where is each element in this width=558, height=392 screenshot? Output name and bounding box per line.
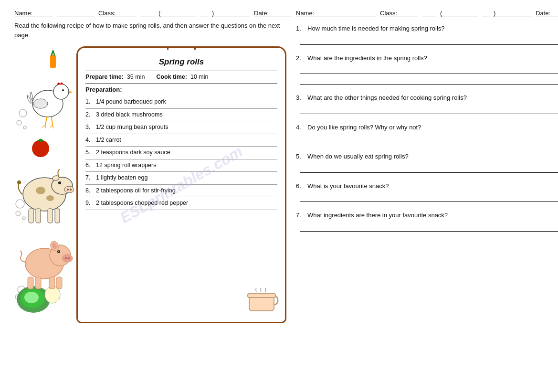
ingredient-text: 2 tablespoons oil for stir-frying (96, 187, 176, 195)
question-number: 4. (296, 123, 305, 132)
answer-line (300, 106, 558, 114)
question-number: 7. (296, 211, 305, 220)
prepare-label: Prepare time: 35 min (85, 74, 145, 80)
svg-rect-57 (49, 277, 55, 289)
left-column: Name: Class: ( ) Date: Read the followin… (14, 10, 286, 323)
left-header: Name: Class: ( ) Date: (14, 10, 286, 17)
svg-point-0 (19, 109, 27, 117)
svg-marker-14 (69, 91, 73, 94)
answer-line (300, 164, 558, 173)
question-body: What are the other things needed for coo… (307, 93, 467, 103)
answer-lines (296, 135, 558, 143)
svg-line-21 (50, 125, 53, 127)
ingredient-item-9: 9.2 tablespoons chopped red pepper (85, 197, 277, 210)
svg-point-26 (36, 187, 45, 194)
answer-lines (296, 65, 558, 85)
svg-rect-8 (50, 55, 56, 68)
svg-point-52 (58, 251, 59, 252)
svg-point-31 (70, 189, 72, 191)
ingredient-text: 1/4 pound barbequed pork (96, 98, 166, 106)
question-item-1: 1. How much time is needed for making sp… (296, 24, 558, 45)
answer-lines (296, 36, 558, 45)
ingredient-num: 5. (85, 148, 96, 157)
svg-point-29 (64, 186, 74, 193)
class-blank-left (140, 10, 155, 17)
svg-point-41 (24, 292, 39, 303)
intro-text: Read the following recipe of how to make… (14, 21, 286, 40)
question-number: 1. (296, 24, 305, 33)
question-body: When do we usually eat spring rolls? (307, 152, 409, 161)
answer-lines (296, 106, 558, 114)
svg-point-16 (33, 99, 48, 108)
svg-point-49 (65, 257, 67, 260)
question-text: 5. When do we usually eat spring rolls? (296, 152, 558, 161)
svg-line-22 (53, 125, 53, 128)
page: Name: Class: ( ) Date: Read the followin… (14, 10, 544, 323)
question-item-2: 2. What are the ingredients in the sprin… (296, 53, 558, 85)
question-text: 3. What are the other things needed for … (296, 93, 558, 103)
recipe-card: ESLprintables.com Spring rolls Prepare t… (76, 46, 286, 323)
paren-close-right: ) (494, 10, 532, 17)
question-text: 6. What is your favourite snack? (296, 181, 558, 191)
recipe-area: ESLprintables.com Spring rolls Prepare t… (14, 46, 286, 323)
animals-svg (14, 46, 76, 323)
time-row: Prepare time: 35 min Cook time: 10 min (85, 74, 277, 80)
svg-rect-34 (29, 209, 33, 223)
svg-point-2 (23, 126, 26, 129)
right-header: Name: Class: ( ) Date: (296, 10, 558, 17)
question-item-3: 3. What are the other things needed for … (296, 93, 558, 114)
svg-point-50 (68, 257, 70, 260)
svg-rect-37 (55, 209, 60, 223)
ingredient-num: 1. (85, 98, 96, 106)
ingredient-text: 3 dried black mushrooms (96, 111, 163, 119)
answer-line (300, 65, 558, 74)
svg-point-48 (62, 254, 73, 262)
svg-rect-58 (56, 277, 62, 289)
ingredient-num: 6. (85, 161, 96, 170)
question-text: 7. What ingredients are there in your fa… (296, 211, 558, 220)
question-number: 2. (296, 53, 305, 63)
svg-point-3 (16, 200, 24, 208)
class-label-right: Class: (380, 10, 418, 17)
name-blank-left (56, 10, 95, 17)
time-divider (85, 83, 277, 84)
ingredient-item-7: 7.1 lightly beaten egg (85, 172, 277, 185)
ingredient-num: 4. (85, 136, 96, 145)
ingredient-text: 2 tablespoons chopped red pepper (96, 199, 188, 208)
svg-point-30 (67, 189, 69, 191)
ingredient-text: 1 lightly beaten egg (96, 174, 147, 182)
paren-open-right: ( (440, 10, 478, 17)
svg-point-51 (57, 250, 60, 253)
question-text: 1. How much time is needed for making sp… (296, 24, 558, 33)
svg-rect-60 (248, 294, 275, 297)
svg-point-4 (16, 211, 21, 216)
ingredient-text: 1/2 carrot (96, 136, 121, 145)
question-number: 5. (296, 152, 305, 161)
questions-list: 1. How much time is needed for making sp… (296, 24, 558, 232)
svg-rect-36 (48, 209, 53, 223)
ingredient-item-1: 1.1/4 pound barbequed pork (85, 96, 277, 109)
ingredient-num: 2. (85, 111, 96, 119)
question-body: What is your favourite snack? (307, 181, 389, 191)
ingredient-num: 3. (85, 123, 96, 132)
svg-line-18 (52, 117, 53, 125)
svg-point-38 (17, 180, 21, 184)
svg-point-5 (22, 217, 25, 220)
svg-line-17 (45, 117, 47, 125)
ingredient-list: 1.1/4 pound barbequed pork2.3 dried blac… (85, 96, 277, 210)
name-label-right: Name: (296, 10, 334, 17)
question-number: 6. (296, 181, 305, 191)
question-item-7: 7. What ingredients are there in your fa… (296, 211, 558, 232)
paren-close-left: ) (212, 10, 250, 17)
recipe-title: Spring rolls (85, 57, 277, 67)
svg-rect-35 (36, 209, 41, 223)
question-body: What ingredients are there in your favou… (307, 211, 448, 220)
question-body: What are the ingredients in the spring r… (307, 53, 427, 63)
paren-open-left: ( (158, 10, 197, 17)
svg-rect-55 (28, 277, 33, 289)
svg-point-1 (17, 120, 21, 125)
ingredient-item-6: 6.12 spring roll wrappers (85, 159, 277, 172)
svg-point-32 (58, 181, 61, 184)
question-item-4: 4. Do you like spring rolls? Why or why … (296, 123, 558, 144)
ingredient-text: 1/2 cup mung bean sprouts (96, 123, 168, 132)
